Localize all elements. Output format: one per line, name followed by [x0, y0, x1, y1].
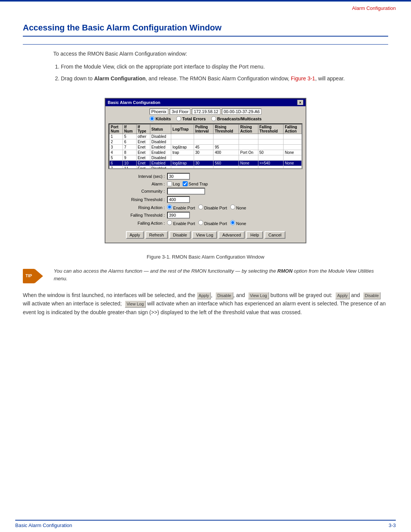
- table-scroll[interactable]: PortNum IfNum IfType Status Log/Trap Pol…: [108, 123, 303, 169]
- alarm-sendtrap-input[interactable]: [183, 181, 188, 186]
- col-if-type: IfType: [136, 125, 150, 134]
- table-row[interactable]: 711EnetDisabled: [110, 166, 302, 169]
- radio-broadcasts-label: Broadcasts/Multicasts: [217, 117, 262, 121]
- table-cell: [284, 134, 302, 139]
- step-2-text: Drag down to Alarm Configuration, and re…: [61, 75, 345, 81]
- table-cell: 6: [123, 139, 136, 145]
- table-row[interactable]: 610EnetEnabledlog&trap30560None>>540None: [110, 161, 302, 166]
- step-1: From the Module View, click on the appro…: [61, 63, 388, 71]
- table-cell: log&trap: [171, 161, 194, 166]
- breadcrumb-text: Alarm Configuration: [352, 5, 396, 11]
- apply-button[interactable]: Apply: [126, 231, 144, 239]
- alarm-table: PortNum IfNum IfType Status Log/Trap Pol…: [109, 124, 302, 169]
- help-button[interactable]: Help: [246, 231, 263, 239]
- table-row[interactable]: 15otherDisabled: [110, 134, 302, 139]
- inline-disable-btn: Disable: [215, 292, 233, 300]
- falling-none[interactable]: None: [230, 220, 246, 226]
- table-cell: Disabled: [150, 139, 171, 145]
- interval-input[interactable]: [167, 173, 190, 180]
- table-cell: 3: [110, 145, 123, 150]
- table-cell: 4: [110, 150, 123, 155]
- community-input[interactable]: [167, 188, 205, 195]
- alarm-log-checkbox[interactable]: Log: [167, 181, 180, 186]
- disable-button[interactable]: Disable: [169, 231, 191, 239]
- ip-field: 172.19.58.12: [192, 109, 220, 115]
- table-cell: Enabled: [150, 161, 171, 166]
- cancel-button[interactable]: Cancel: [264, 231, 285, 239]
- button-row: Apply Refresh Disable View Log Advanced …: [108, 229, 303, 240]
- table-cell: 8: [123, 150, 136, 155]
- viewlog-button[interactable]: View Log: [192, 231, 217, 239]
- table-cell: [194, 166, 213, 169]
- rising-disable-port[interactable]: Disable Port: [198, 204, 227, 210]
- falling-enable-port-input[interactable]: [167, 220, 172, 225]
- table-row[interactable]: 37EnetEnabledlog&trap4595: [110, 145, 302, 150]
- table-cell: 5: [123, 134, 136, 139]
- table-cell: 9: [123, 155, 136, 161]
- rising-disable-port-input[interactable]: [198, 204, 203, 209]
- table-cell: None: [284, 150, 302, 155]
- table-cell: 6: [110, 161, 123, 166]
- rising-action-label: Rising Action :: [112, 205, 165, 210]
- alarm-sendtrap-checkbox[interactable]: Send Trap: [183, 181, 208, 186]
- table-cell: [239, 155, 258, 161]
- falling-disable-port-input[interactable]: [198, 220, 203, 225]
- rising-none-input[interactable]: [230, 204, 235, 209]
- table-cell: [258, 139, 284, 145]
- tip-text: You can also access the Alarms function …: [54, 267, 388, 282]
- falling-none-input[interactable]: [230, 220, 235, 225]
- table-cell: [239, 134, 258, 139]
- col-status: Status: [150, 125, 171, 134]
- table-row[interactable]: 59EnetDisabled: [110, 155, 302, 161]
- rising-enable-port[interactable]: Enable Port: [167, 204, 195, 210]
- table-cell: [213, 134, 239, 139]
- rising-threshold-row: Rising Threshold :: [112, 196, 299, 203]
- falling-threshold-input[interactable]: [167, 212, 190, 219]
- rising-action-row: Rising Action : Enable Port Disable Port…: [112, 204, 299, 210]
- table-cell: [171, 139, 194, 145]
- table-row[interactable]: 48EnetEnabledtrap30400Port On50None: [110, 150, 302, 155]
- close-button[interactable]: ×: [297, 100, 303, 105]
- radio-kilobits-label: Kilobits: [156, 117, 171, 121]
- radio-broadcasts-input[interactable]: [211, 116, 216, 121]
- radio-broadcasts[interactable]: Broadcasts/Multicasts: [211, 116, 262, 121]
- table-cell: [258, 155, 284, 161]
- col-rising-action: RisingAction: [239, 125, 258, 134]
- table-cell: 30: [194, 150, 213, 155]
- table-cell: 7: [110, 166, 123, 169]
- col-falling-action: FallingAction: [284, 125, 302, 134]
- table-cell: [213, 155, 239, 161]
- falling-action-row: Falling Action : Enable Port Disable Por…: [112, 220, 299, 226]
- rising-enable-port-input[interactable]: [167, 204, 172, 209]
- table-header: PortNum IfNum IfType Status Log/Trap Pol…: [110, 125, 302, 134]
- step-2: Drag down to Alarm Configuration, and re…: [61, 75, 388, 83]
- mac-field: 00-00-1D-37-29-A6: [222, 109, 262, 115]
- table-cell: Enabled: [150, 150, 171, 155]
- table-cell: 10: [123, 161, 136, 166]
- floor-field: 3rd Floor: [170, 109, 190, 115]
- tip-icon: TIP: [23, 269, 45, 283]
- table-cell: 5: [110, 155, 123, 161]
- rising-none[interactable]: None: [230, 204, 246, 210]
- alarm-row: Alarm : Log Send Trap: [112, 181, 299, 186]
- refresh-button[interactable]: Refresh: [145, 231, 168, 239]
- interval-row: Interval (sec) :: [112, 173, 299, 180]
- table-cell: [239, 166, 258, 169]
- rising-threshold-input[interactable]: [167, 196, 190, 203]
- alarm-log-input[interactable]: [167, 181, 172, 186]
- radio-total-errors-input[interactable]: [176, 116, 181, 121]
- table-cell: log&trap: [171, 145, 194, 150]
- advanced-button[interactable]: Advanced: [218, 231, 245, 239]
- tip-label: TIP: [23, 269, 35, 283]
- falling-disable-port[interactable]: Disable Port: [198, 220, 227, 226]
- radio-kilobits-input[interactable]: [150, 116, 155, 121]
- radio-kilobits[interactable]: Kilobits: [150, 116, 171, 121]
- alarm-config-window: Basic Alarm Configuration × Phoenix 3rd …: [105, 98, 306, 243]
- table-cell: Enabled: [150, 145, 171, 150]
- radio-total-errors[interactable]: Total Errors: [176, 116, 206, 121]
- breadcrumb: Alarm Configuration: [352, 5, 396, 11]
- table-cell: [258, 134, 284, 139]
- table-row[interactable]: 26EnetDisabled: [110, 139, 302, 145]
- falling-enable-port[interactable]: Enable Port: [167, 220, 195, 226]
- inline-viewlog-btn: View Log: [248, 292, 269, 300]
